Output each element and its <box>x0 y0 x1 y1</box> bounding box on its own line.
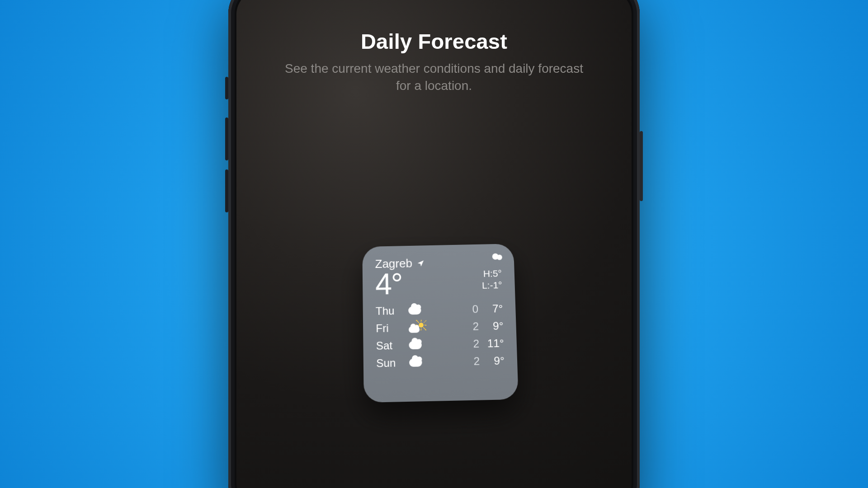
phone-side-button <box>640 131 643 201</box>
forecast-day-name: Sat <box>376 339 409 352</box>
phone-frame: Daily Forecast See the current weather c… <box>228 0 640 488</box>
phone-side-button <box>225 77 228 99</box>
forecast-day-name: Thu <box>376 304 409 318</box>
forecast-low: 2 <box>462 320 479 333</box>
widget-summary: H:5° L:-1° <box>481 254 502 291</box>
widget-current: Zagreb 4° <box>375 256 425 299</box>
location-arrow-icon <box>417 259 425 267</box>
weather-widget[interactable]: Zagreb 4° H:5° L:-1° Thu07°Fri29°Sat211°… <box>362 244 518 403</box>
forecast-day-name: Sun <box>376 356 409 370</box>
widget-high: H:5° <box>483 268 502 279</box>
forecast-low: 2 <box>463 355 480 368</box>
widget-current-temp: 4° <box>375 269 425 299</box>
page-subtitle: See the current weather conditions and d… <box>285 60 583 94</box>
spacer <box>427 344 463 345</box>
forecast-row: Sat211° <box>376 337 504 352</box>
widget-header: Zagreb 4° H:5° L:-1° <box>375 254 502 298</box>
cloud-icon <box>408 306 421 314</box>
phone-screen: Daily Forecast See the current weather c… <box>236 0 632 488</box>
forecast-row: Sun29° <box>376 354 505 370</box>
phone-side-button <box>225 169 228 212</box>
forecast-low: 2 <box>462 337 479 350</box>
forecast-high: 7° <box>478 302 503 315</box>
forecast-row: Thu07° <box>376 302 503 318</box>
forecast-day-icon <box>409 358 428 366</box>
widget-low: L:-1° <box>482 280 502 291</box>
forecast-day-icon <box>409 322 427 333</box>
cloud-icon <box>490 256 501 264</box>
spacer <box>427 327 462 328</box>
forecast-high: 9° <box>480 354 505 368</box>
forecast-day-icon <box>408 306 427 314</box>
page-title: Daily Forecast <box>361 29 507 54</box>
phone-side-button <box>225 117 228 160</box>
partly-sunny-icon <box>409 323 424 333</box>
cloud-icon <box>409 358 422 367</box>
cloud-icon <box>409 341 422 349</box>
widget-days-list: Thu07°Fri29°Sat211°Sun29° <box>376 302 505 370</box>
forecast-high: 9° <box>479 319 504 333</box>
spacer <box>426 310 462 310</box>
forecast-day-icon <box>409 341 427 349</box>
forecast-row: Fri29° <box>376 319 504 335</box>
forecast-low: 0 <box>462 303 478 316</box>
spacer <box>428 361 463 362</box>
forecast-day-name: Fri <box>376 321 409 335</box>
forecast-high: 11° <box>479 337 504 350</box>
